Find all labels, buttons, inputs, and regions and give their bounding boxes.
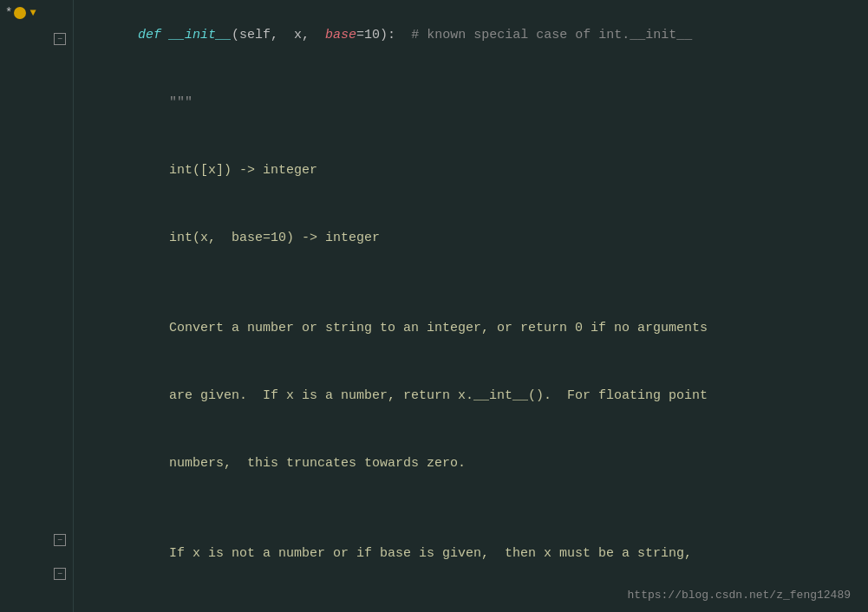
left-gutter: * ▼ − − −: [0, 0, 74, 612]
def-init-line: def __init__(self, x, base=10): # known …: [91, 2, 851, 69]
doc-para2-line1: If x is not a number or if base is given…: [91, 520, 851, 588]
def-keyword: def: [138, 28, 161, 42]
blank-line-1: [91, 272, 851, 295]
comment-text: # known special case of int.__init__: [411, 28, 692, 42]
editor-container: * ▼ − − − def __init__(self, x, base=10)…: [0, 0, 868, 612]
docstring-open: """: [91, 69, 851, 137]
method-name: __init__: [169, 28, 232, 42]
base-value: =10):: [356, 28, 411, 42]
blank-line-2: [91, 498, 851, 520]
collapse-icon-top[interactable]: −: [54, 33, 66, 45]
doc-para1-line2: are given. If x is a number, return x.__…: [91, 362, 851, 430]
down-arrow-icon[interactable]: ▼: [29, 7, 36, 19]
doc-line-int1: int([x]) -> integer: [91, 137, 851, 205]
doc-para1-line3: numbers, this truncates towards zero.: [91, 430, 851, 498]
params: (self, x,: [232, 28, 325, 42]
collapse-icon-bot[interactable]: −: [54, 568, 66, 580]
asterisk-icon: *: [5, 6, 12, 20]
gutter-top-icons: * ▼: [2, 2, 36, 24]
doc-line-int2: int(x, base=10) -> integer: [91, 205, 851, 272]
space1: [161, 28, 169, 42]
circle-icon[interactable]: [14, 7, 26, 19]
base-keyword: base: [325, 28, 356, 42]
main-content: def __init__(self, x, base=10): # known …: [74, 0, 868, 612]
collapse-icon-mid[interactable]: −: [54, 534, 66, 546]
doc-para1-line1: Convert a number or string to an integer…: [91, 295, 851, 362]
watermark: https://blog.csdn.net/z_feng12489: [628, 589, 851, 602]
